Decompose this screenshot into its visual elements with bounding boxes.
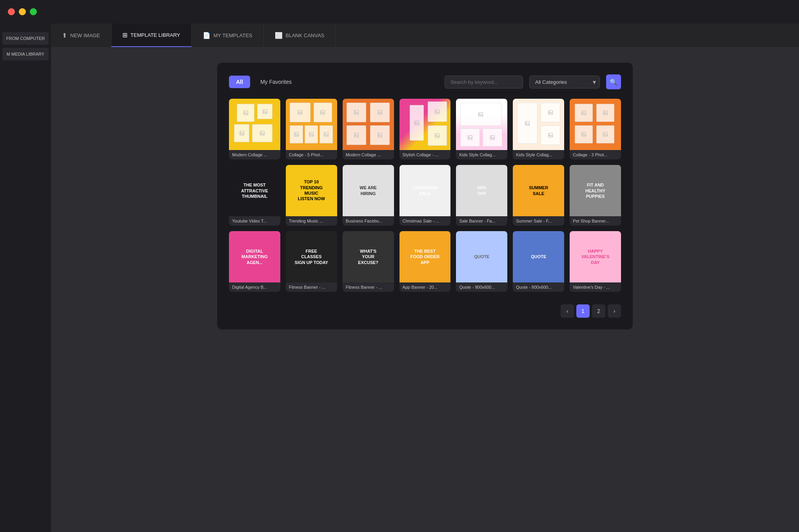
minimize-button[interactable] [19, 8, 26, 15]
template-card[interactable]: 60% OFFSale Banner - Fa... [456, 165, 507, 226]
search-button[interactable]: 🔍 [606, 74, 621, 89]
close-button[interactable] [8, 8, 15, 15]
template-label: Pet Shop Banner... [570, 216, 621, 226]
svg-rect-0 [243, 111, 248, 115]
svg-rect-46 [603, 111, 608, 115]
svg-rect-32 [479, 112, 483, 117]
svg-point-41 [549, 111, 550, 112]
template-panel: All My Favorites All Categories Social M… [217, 63, 633, 329]
svg-point-11 [321, 111, 322, 112]
tab-blank-canvas[interactable]: ⬜ BLANK CANVAS [264, 24, 336, 47]
category-select-wrapper: All Categories Social Media Business Mar… [529, 76, 600, 89]
template-card[interactable]: Top 10 TRENDING MUSIC LISTEN NOWTrending… [286, 165, 337, 226]
media-library-button[interactable]: M MEDIA LIBRARY [2, 48, 49, 60]
template-card[interactable]: Digital Marketing Agen...Digital Agency … [229, 231, 280, 292]
template-card[interactable]: QuoteQuote - 800x600... [513, 231, 564, 292]
svg-point-33 [479, 113, 480, 114]
template-card[interactable]: THE BEST FOOD ORDER APPApp Banner - 20..… [400, 231, 451, 292]
svg-point-35 [469, 136, 469, 137]
template-card[interactable]: Summer SaleSummer Sale - F... [513, 165, 564, 226]
page-1-button[interactable]: 1 [576, 304, 590, 318]
upload-icon: ⬆ [62, 32, 67, 39]
template-label: Valentine's Day - ... [570, 282, 621, 292]
from-computer-button[interactable]: FROM COMPUTER [2, 32, 49, 45]
template-card[interactable]: Kids Style Collag... [513, 99, 564, 159]
tab-new-image-label: NEW IMAGE [70, 33, 100, 38]
template-card[interactable]: Kids Style Collag... [456, 99, 507, 159]
template-label: Trending Music ... [286, 216, 337, 226]
svg-rect-24 [378, 133, 382, 138]
template-label: Youtube Video T... [229, 216, 280, 226]
template-label: Sale Banner - Fa... [456, 216, 507, 226]
svg-point-7 [261, 132, 262, 133]
prev-page-button[interactable]: ‹ [561, 304, 574, 318]
svg-point-5 [240, 132, 241, 133]
template-label: Kids Style Collag... [513, 150, 564, 159]
template-card[interactable]: THE MOST ATTRACTIVE THUMBNAILYoutube Vid… [229, 165, 280, 226]
next-page-button[interactable]: › [608, 304, 621, 318]
template-card[interactable]: Modern Collage ... [229, 99, 280, 159]
template-card[interactable]: Stylish Collage - ... [400, 99, 451, 159]
window-chrome [0, 0, 799, 24]
template-card[interactable]: FREE CLASSES SIGN UP TODAYFitness Banner… [286, 231, 337, 292]
left-sidebar: FROM COMPUTER M MEDIA LIBRARY [0, 24, 51, 532]
template-label: Kids Style Collag... [456, 150, 507, 159]
canvas-icon: ⬜ [275, 32, 283, 39]
template-label: Quote - 800x600... [513, 282, 564, 292]
svg-point-31 [436, 134, 437, 135]
template-label: Digital Agency B... [229, 282, 280, 292]
tab-template-library-label: TEMPLATE LIBRARY [131, 32, 180, 38]
category-select[interactable]: All Categories Social Media Business Mar… [529, 76, 600, 89]
tab-blank-canvas-label: BLANK CANVAS [286, 33, 325, 38]
svg-rect-36 [490, 136, 495, 140]
template-label: Stylish Collage - ... [400, 150, 451, 159]
template-card[interactable]: Modern Collage ... [343, 99, 394, 159]
svg-rect-22 [354, 133, 359, 138]
template-label: Modern Collage ... [229, 150, 280, 159]
filter-favorites-button[interactable]: My Favorites [256, 76, 296, 88]
svg-rect-10 [321, 110, 325, 115]
tab-my-templates[interactable]: 📄 MY TEMPLATES [192, 24, 264, 47]
pagination: ‹ 1 2 › [229, 301, 621, 318]
template-card[interactable]: CHRISTMAS SaleChristmas Sale - ... [400, 165, 451, 226]
template-card[interactable]: Happy Valentine's DayValentine's Day - .… [570, 231, 621, 292]
filter-all-button[interactable]: All [229, 76, 250, 88]
svg-rect-14 [309, 132, 314, 137]
svg-point-27 [416, 122, 416, 123]
filter-row: All My Favorites All Categories Social M… [229, 74, 621, 89]
page-2-button[interactable]: 2 [592, 304, 605, 318]
svg-rect-8 [298, 110, 302, 115]
svg-point-3 [263, 110, 264, 111]
svg-point-9 [299, 111, 300, 112]
template-card[interactable]: Fit and healthy puppiesPet Shop Banner..… [570, 165, 621, 226]
svg-rect-12 [294, 132, 299, 137]
template-label: Business Facebo... [343, 216, 394, 226]
svg-rect-18 [354, 110, 359, 115]
main-area: ⬆ NEW IMAGE ⊞ TEMPLATE LIBRARY 📄 MY TEMP… [51, 24, 799, 532]
svg-rect-2 [263, 109, 267, 114]
maximize-button[interactable] [30, 8, 37, 15]
svg-rect-38 [525, 121, 530, 126]
svg-rect-40 [548, 110, 553, 115]
svg-point-51 [604, 133, 605, 134]
svg-rect-30 [435, 134, 439, 138]
svg-point-15 [310, 133, 311, 134]
tab-template-library[interactable]: ⊞ TEMPLATE LIBRARY [111, 24, 192, 47]
template-card[interactable]: QuoteQuote - 900x600... [456, 231, 507, 292]
template-card[interactable]: Collage - 3 Phot... [570, 99, 621, 159]
tab-new-image[interactable]: ⬆ NEW IMAGE [51, 24, 111, 47]
template-label: Fitness Banner - ... [343, 282, 394, 292]
svg-rect-26 [415, 121, 419, 125]
search-input[interactable] [445, 76, 523, 89]
svg-rect-20 [378, 110, 382, 115]
template-grid: Modern Collage ...Collage - 5 Phot...Mod… [229, 99, 621, 292]
template-label: Quote - 900x600... [456, 282, 507, 292]
svg-rect-16 [324, 132, 329, 137]
svg-rect-4 [240, 131, 244, 136]
svg-point-29 [436, 110, 437, 111]
search-icon: 🔍 [610, 78, 617, 86]
template-card[interactable]: WE ARE HIRINGBusiness Facebo... [343, 165, 394, 226]
template-card[interactable]: Collage - 5 Phot... [286, 99, 337, 159]
file-icon: 📄 [203, 32, 211, 39]
template-card[interactable]: WHAT'S YOUR EXCUSE?Fitness Banner - ... [343, 231, 394, 292]
